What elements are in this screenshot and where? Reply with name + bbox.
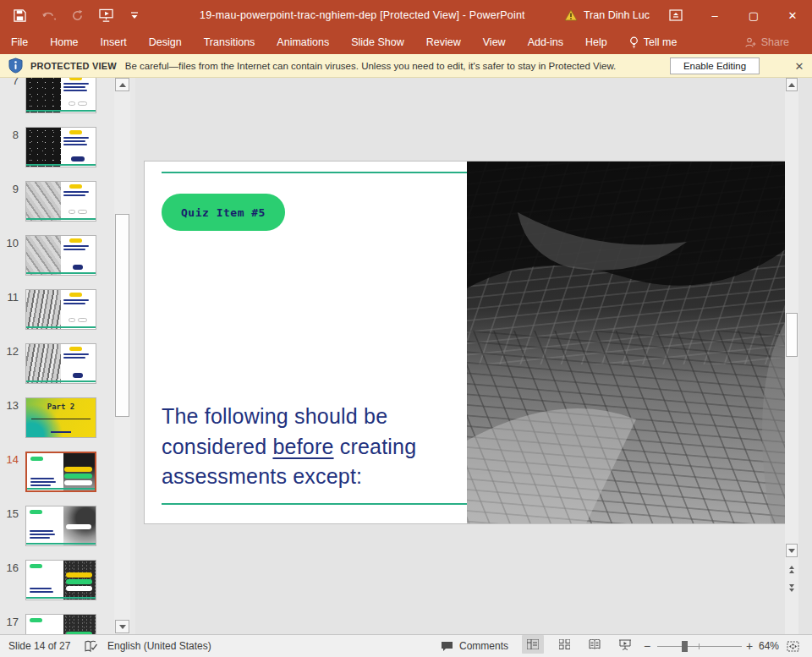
close-button[interactable]: ✕ xyxy=(773,0,812,30)
title-bar: 19-mau-powerpoint-trac-nghiem-dep [Prote… xyxy=(0,0,812,30)
zoom-out-button[interactable]: − xyxy=(644,635,650,657)
warning-icon xyxy=(564,9,578,21)
maximize-button[interactable]: ▢ xyxy=(734,0,773,30)
slide-number: 12 xyxy=(0,345,19,358)
slide-number: 13 xyxy=(0,399,19,412)
slide-thumbnail-7[interactable]: 7 xyxy=(0,78,112,117)
previous-slide-button[interactable] xyxy=(786,562,798,576)
slide-thumbnail-preview[interactable] xyxy=(25,506,96,546)
slide-number: 16 xyxy=(0,561,19,574)
main-scroll-up-button[interactable] xyxy=(786,78,798,91)
slide-thumbnail-17[interactable]: 17 xyxy=(0,614,112,634)
account-area[interactable]: Tran Dinh Luc xyxy=(564,9,650,21)
slide-thumbnail-preview[interactable] xyxy=(25,289,96,330)
slide-thumbnail-15[interactable]: 15 xyxy=(0,506,112,550)
slide-editing-area: Quiz Item #5 a) objective of the assessm… xyxy=(135,78,798,634)
language-indicator[interactable]: English (United States) xyxy=(107,635,211,657)
zoom-level[interactable]: 64% xyxy=(759,635,779,657)
panel-scrollbar[interactable] xyxy=(114,78,130,634)
tab-slide-show[interactable]: Slide Show xyxy=(340,30,415,54)
shield-info-icon xyxy=(8,57,23,74)
protected-view-label: PROTECTED VIEW xyxy=(30,61,117,71)
slide-number: 14 xyxy=(0,453,19,466)
slide-bottom-rule xyxy=(162,503,468,505)
tell-me-box[interactable]: Tell me xyxy=(618,30,689,54)
slide-thumbnail-preview[interactable] xyxy=(25,127,96,167)
tab-transitions[interactable]: Transitions xyxy=(193,30,266,54)
panel-scrollbar-thumb[interactable] xyxy=(115,214,129,417)
main-scrollbar-thumb[interactable] xyxy=(786,313,798,357)
next-slide-button[interactable] xyxy=(786,581,798,594)
slide-number: 9 xyxy=(0,183,19,195)
main-scrollbar[interactable] xyxy=(785,78,798,634)
slide-thumbnail-preview[interactable] xyxy=(25,181,96,222)
slide-show-button[interactable] xyxy=(614,635,636,654)
banner-close-icon[interactable]: ✕ xyxy=(792,58,807,74)
redo-icon[interactable] xyxy=(69,8,85,23)
start-from-beginning-icon[interactable] xyxy=(98,8,113,23)
slide-number: 11 xyxy=(0,291,19,304)
window-title: 19-mau-powerpoint-trac-nghiem-dep [Prote… xyxy=(200,0,525,30)
slide-thumbnail-10[interactable]: 10 xyxy=(0,235,112,279)
slide-number: 15 xyxy=(0,507,19,520)
slide-thumbnail-preview[interactable] xyxy=(25,235,96,276)
tab-home[interactable]: Home xyxy=(39,30,89,54)
tab-view[interactable]: View xyxy=(472,30,517,54)
slide-sorter-button[interactable] xyxy=(553,635,575,654)
workspace: 78910111213Part 214151617 Quiz Item #5 a… xyxy=(0,78,812,634)
slide-thumbnail-preview[interactable] xyxy=(25,78,96,113)
tab-review[interactable]: Review xyxy=(415,30,472,54)
comment-icon xyxy=(441,641,453,652)
save-icon[interactable] xyxy=(12,8,27,23)
slide-thumbnail-preview[interactable] xyxy=(25,452,96,492)
protected-view-banner: PROTECTED VIEW Be careful—files from the… xyxy=(0,54,812,78)
tab-design[interactable]: Design xyxy=(138,30,193,54)
spell-check-icon[interactable] xyxy=(85,635,98,657)
slide-top-rule xyxy=(162,172,468,173)
slide-thumbnail-8[interactable]: 8 xyxy=(0,127,112,171)
minimize-button[interactable]: – xyxy=(695,0,734,30)
customize-qat-icon[interactable] xyxy=(127,8,142,23)
ribbon-display-options-icon[interactable] xyxy=(663,0,689,30)
quick-access-toolbar xyxy=(12,0,142,30)
slide-counter[interactable]: Slide 14 of 27 xyxy=(8,635,70,657)
slide-thumbnail-11[interactable]: 11 xyxy=(0,289,112,333)
enable-editing-button[interactable]: Enable Editing xyxy=(670,57,760,74)
question-text[interactable]: The following should be considered befor… xyxy=(162,402,481,492)
ribbon-tab-bar: File Home Insert Design Transitions Anim… xyxy=(0,30,812,54)
slide-canvas[interactable]: Quiz Item #5 a) objective of the assessm… xyxy=(144,161,789,524)
slide-thumbnail-12[interactable]: 12 xyxy=(0,343,112,387)
slide-thumbnail-14[interactable]: 14 xyxy=(0,452,112,495)
tab-help[interactable]: Help xyxy=(574,30,618,54)
undo-icon[interactable] xyxy=(41,8,56,23)
zoom-slider-thumb[interactable] xyxy=(682,641,688,652)
slide-thumbnail-preview[interactable] xyxy=(25,560,96,600)
protected-view-message: Be careful—files from the Internet can c… xyxy=(125,61,616,71)
share-button[interactable]: Share xyxy=(734,30,800,54)
panel-scroll-up-button[interactable] xyxy=(115,78,129,91)
wireframe-mesh-image[interactable] xyxy=(467,162,789,524)
tab-file[interactable]: File xyxy=(0,30,39,54)
user-name: Tran Dinh Luc xyxy=(584,9,650,21)
tab-animations[interactable]: Animations xyxy=(266,30,340,54)
slide-thumbnail-9[interactable]: 9 xyxy=(0,181,112,225)
slide-thumbnail-preview[interactable] xyxy=(25,343,96,384)
slide-number: 7 xyxy=(0,78,19,87)
quiz-item-badge[interactable]: Quiz Item #5 xyxy=(162,194,285,231)
zoom-slider-track[interactable] xyxy=(657,646,742,647)
slide-thumbnail-16[interactable]: 16 xyxy=(0,560,112,604)
slide-thumbnail-13[interactable]: 13Part 2 xyxy=(0,397,112,441)
tab-insert[interactable]: Insert xyxy=(90,30,138,54)
slide-number: 8 xyxy=(0,129,19,141)
comments-button[interactable]: Comments xyxy=(441,635,508,657)
lightbulb-icon xyxy=(629,36,639,48)
reading-view-button[interactable] xyxy=(584,635,606,654)
main-scroll-down-button[interactable] xyxy=(786,544,798,557)
slide-thumbnail-preview[interactable]: Part 2 xyxy=(25,397,96,438)
fit-slide-to-window-icon[interactable] xyxy=(787,635,799,657)
panel-scroll-down-button[interactable] xyxy=(115,620,129,633)
normal-view-button[interactable] xyxy=(522,635,544,654)
zoom-in-button[interactable]: + xyxy=(746,635,753,657)
slide-thumbnail-preview[interactable] xyxy=(25,614,96,634)
tab-add-ins[interactable]: Add-ins xyxy=(517,30,574,54)
